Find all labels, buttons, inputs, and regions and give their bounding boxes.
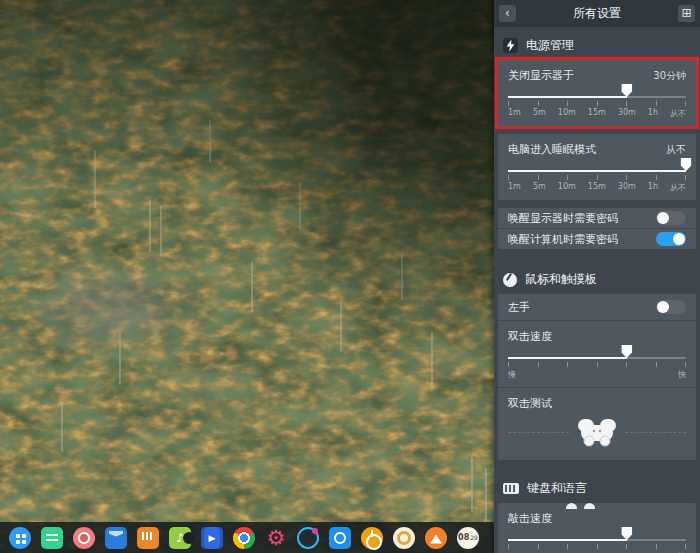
screen-off-value: 30分钟 <box>653 69 686 83</box>
tick-label: 30m <box>618 108 636 119</box>
wake-computer-toggle[interactable] <box>656 232 686 246</box>
play-icon: ▶ <box>209 533 216 543</box>
calendar-day: 29 <box>470 534 478 541</box>
tick-label: 15m <box>588 108 606 119</box>
wake-display-label: 唤醒显示器时需要密码 <box>508 211 618 226</box>
wake-computer-label: 唤醒计算机时需要密码 <box>508 232 618 247</box>
back-button[interactable]: ‹ <box>499 5 516 22</box>
double-click-test-label: 双击测试 <box>508 396 552 411</box>
screenshot-icon[interactable] <box>329 527 351 549</box>
tick-label: 5m <box>533 108 546 119</box>
file-manager-icon[interactable] <box>41 527 63 549</box>
section-mouse-title: 鼠标和触摸板 <box>525 271 597 288</box>
calendar-icon[interactable]: 0829 <box>457 527 479 549</box>
slider-fill <box>508 170 686 172</box>
calendar-month: 08 <box>458 533 469 542</box>
screen-off-slider[interactable]: 1m 5m 10m 15m 30m 1h 从不 <box>498 96 696 126</box>
slider-tick-marks <box>508 101 686 106</box>
photos-icon[interactable] <box>137 527 159 549</box>
power-icon <box>503 38 518 53</box>
desktop: ♪ ▶ ⚙ 0829 ‹ 所有设置 ⊞ 电源管理 关闭显示器于 30分钟 <box>0 0 700 553</box>
section-keyboard-title: 键盘和语言 <box>527 480 587 497</box>
section-keyboard: 键盘和语言 <box>494 468 700 503</box>
wake-password-group: 唤醒显示器时需要密码 唤醒计算机时需要密码 <box>498 208 696 249</box>
sleep-slider[interactable]: 1m 5m 10m 15m 30m 1h 从不 <box>498 170 696 200</box>
tick-label: 15m <box>588 182 606 193</box>
double-click-test-area <box>498 411 696 460</box>
tap-speed-slider[interactable]: 慢 快 <box>498 539 696 553</box>
system-monitor-icon[interactable] <box>297 527 319 549</box>
tick-label: 从不 <box>670 182 686 193</box>
dashed-line <box>625 432 686 433</box>
music-note-icon: ♪ <box>176 531 184 545</box>
slider-fill <box>508 357 627 359</box>
sleep-group: 电脑进入睡眠模式 从不 1m 5m 10m 15m 30m 1h 从不 <box>498 134 696 200</box>
left-hand-toggle[interactable] <box>656 300 686 314</box>
mouse-icon <box>503 273 517 287</box>
tick-label: 10m <box>558 108 576 119</box>
min-label: 慢 <box>508 369 516 380</box>
sleep-value: 从不 <box>666 143 686 157</box>
all-modules-button[interactable]: ⊞ <box>678 5 695 22</box>
launcher-icon[interactable] <box>9 527 31 549</box>
tick-label: 1h <box>648 182 658 193</box>
tick-label: 1m <box>508 108 521 119</box>
tick-label: 10m <box>558 182 576 193</box>
tick-label: 1h <box>648 108 658 119</box>
slider-track[interactable] <box>508 357 686 359</box>
double-click-speed-slider[interactable]: 慢 快 <box>498 357 696 387</box>
mouse-test-icon[interactable] <box>575 417 619 448</box>
left-hand-label: 左手 <box>508 300 530 315</box>
slider-fill <box>508 96 627 98</box>
slider-track[interactable] <box>508 170 686 172</box>
clipped-icon <box>566 503 595 509</box>
double-click-speed-label: 双击速度 <box>508 329 552 344</box>
tick-label: 5m <box>533 182 546 193</box>
settings-gear-icon[interactable]: ⚙ <box>265 527 287 549</box>
keyboard-icon <box>503 483 519 494</box>
slider-tick-labels: 1m 5m 10m 15m 30m 1h 从不 <box>508 182 686 193</box>
section-mouse: 鼠标和触摸板 <box>494 257 700 294</box>
tick-label: 1m <box>508 182 521 193</box>
slider-tick-marks <box>508 362 686 367</box>
panel-header: ‹ 所有设置 ⊞ <box>494 0 700 27</box>
section-power-title: 电源管理 <box>526 37 574 54</box>
shutdown-icon[interactable] <box>361 527 383 549</box>
control-center-panel: ‹ 所有设置 ⊞ 电源管理 关闭显示器于 30分钟 1m 5m <box>494 0 700 553</box>
optimizer-icon[interactable] <box>393 527 415 549</box>
gear-glyph: ⚙ <box>267 526 286 550</box>
back-icon: ‹ <box>505 6 510 20</box>
slider-tick-marks <box>508 544 686 549</box>
page-title: 所有设置 <box>573 5 621 22</box>
movies-icon[interactable]: ▶ <box>201 527 223 549</box>
max-label: 快 <box>678 369 686 380</box>
app-store-icon[interactable] <box>105 527 127 549</box>
sleep-label: 电脑进入睡眠模式 <box>508 142 596 157</box>
slider-minmax-labels: 慢 快 <box>508 369 686 380</box>
installer-icon[interactable] <box>425 527 447 549</box>
section-power: 电源管理 <box>494 27 700 60</box>
slider-tick-labels: 1m 5m 10m 15m 30m 1h 从不 <box>508 108 686 119</box>
slider-track[interactable] <box>508 96 686 98</box>
tick-label: 30m <box>618 182 636 193</box>
grid-icon: ⊞ <box>681 6 691 20</box>
slider-tick-marks <box>508 175 686 180</box>
music-icon[interactable]: ♪ <box>169 527 191 549</box>
mouse-group: 左手 双击速度 慢 快 双击测试 <box>498 294 696 460</box>
dashed-line <box>508 432 569 433</box>
wake-display-toggle[interactable] <box>656 211 686 225</box>
screen-off-group: 关闭显示器于 30分钟 1m 5m 10m 15m 30m 1h 从不 <box>498 60 696 126</box>
screen-off-label: 关闭显示器于 <box>508 68 574 83</box>
chrome-icon[interactable] <box>233 527 255 549</box>
keyboard-group: 敲击速度 慢 快 敲击测试 <box>498 503 696 553</box>
slider-fill <box>508 539 627 541</box>
tap-speed-label: 敲击速度 <box>508 511 552 526</box>
tick-label: 从不 <box>670 108 686 119</box>
slider-track[interactable] <box>508 539 686 541</box>
media-player-icon[interactable] <box>73 527 95 549</box>
